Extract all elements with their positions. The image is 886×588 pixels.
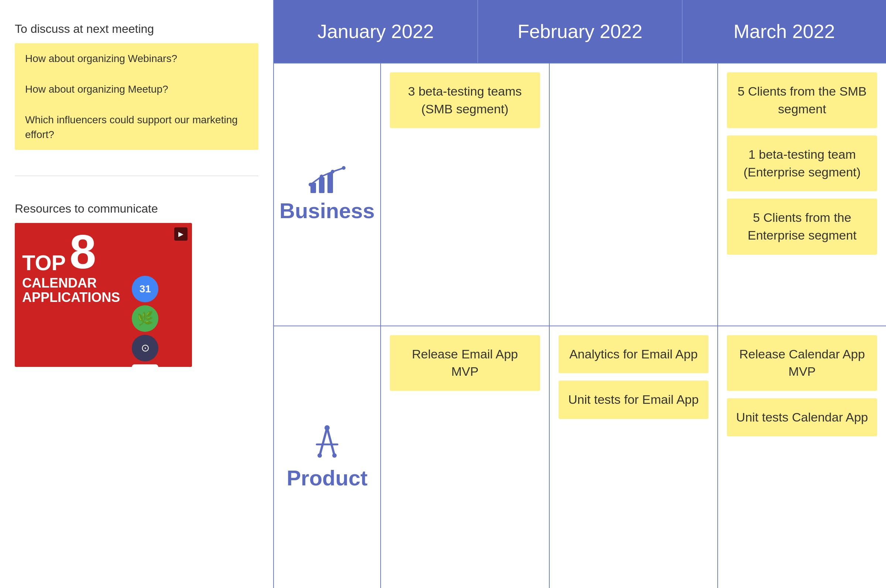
product-jan-card-1: Release Email App MVP bbox=[390, 335, 540, 391]
svg-rect-1 bbox=[319, 177, 324, 193]
divider bbox=[15, 176, 258, 176]
svg-point-4 bbox=[320, 175, 323, 178]
main-grid: January 2022 February 2022 March 2022 bbox=[273, 0, 886, 588]
discuss-title: To discuss at next meeting bbox=[15, 22, 258, 36]
product-mar-card-2: Unit tests Calendar App bbox=[727, 398, 877, 436]
discuss-section: To discuss at next meeting How about org… bbox=[15, 22, 258, 150]
business-feb-cell bbox=[550, 63, 718, 326]
top-number: 8 bbox=[69, 230, 96, 273]
product-feb-card-2: Unit tests for Email App bbox=[559, 381, 709, 419]
video-top: ▶ TOP 8 CALENDARAPPLICATIONS bbox=[15, 223, 192, 367]
business-icon-container: Business bbox=[279, 166, 375, 223]
svg-point-11 bbox=[318, 453, 322, 458]
sticky-note-2: How about organizing Meetup? bbox=[15, 74, 258, 105]
business-mar-card-1: 5 Clients from the SMB segment bbox=[727, 72, 877, 128]
product-compass-icon bbox=[309, 424, 346, 461]
svg-point-12 bbox=[332, 453, 337, 458]
product-icon-container: Product bbox=[286, 424, 367, 490]
header-mar: March 2022 bbox=[682, 0, 886, 63]
svg-rect-2 bbox=[327, 173, 333, 193]
icon-google-cal: 31 bbox=[132, 276, 158, 302]
product-mar-card-1: Release Calendar App MVP bbox=[727, 335, 877, 391]
business-mar-cell: 5 Clients from the SMB segment 1 beta-te… bbox=[718, 63, 886, 326]
business-label-text: Business bbox=[279, 198, 375, 223]
grid-row-business: Business 3 beta-testing teams (SMB segme… bbox=[274, 63, 886, 326]
icon-leaf: 🌿 bbox=[132, 305, 158, 332]
video-thumbnail[interactable]: ▶ TOP 8 CALENDARAPPLICATIONS bbox=[15, 223, 192, 367]
grid-row-product: Product Release Email App MVP Analytics … bbox=[274, 326, 886, 588]
svg-point-10 bbox=[324, 425, 330, 430]
left-panel: To discuss at next meeting How about org… bbox=[0, 0, 273, 588]
business-jan-cell: 3 beta-testing teams (SMB segment) bbox=[381, 63, 550, 326]
svg-line-7 bbox=[320, 428, 327, 456]
icon-cal-17: MAY 17 bbox=[132, 364, 158, 367]
header-row: January 2022 February 2022 March 2022 bbox=[274, 0, 886, 63]
svg-point-3 bbox=[309, 183, 312, 186]
product-label-text: Product bbox=[286, 465, 367, 490]
product-mar-cell: Release Calendar App MVP Unit tests Cale… bbox=[718, 326, 886, 588]
svg-line-8 bbox=[327, 428, 334, 456]
svg-point-5 bbox=[331, 170, 334, 174]
calendar-label: CALENDARAPPLICATIONS bbox=[22, 276, 120, 305]
header-feb: February 2022 bbox=[478, 0, 682, 63]
top-label: TOP bbox=[22, 252, 66, 273]
business-mar-card-2: 1 beta-testing team (Enterprise segment) bbox=[727, 135, 877, 191]
icon-dark-cal: ⊙ bbox=[132, 335, 158, 362]
product-feb-cell: Analytics for Email App Unit tests for E… bbox=[550, 326, 718, 588]
business-chart-icon bbox=[309, 166, 346, 194]
row-label-business: Business bbox=[274, 63, 381, 326]
header-jan: January 2022 bbox=[274, 0, 478, 63]
svg-point-6 bbox=[342, 166, 346, 170]
page-container: To discuss at next meeting How about org… bbox=[0, 0, 886, 588]
resources-section: Resources to communicate ▶ TOP 8 CALENDA… bbox=[15, 202, 258, 367]
resources-title: Resources to communicate bbox=[15, 202, 258, 216]
business-mar-card-3: 5 Clients from the Enterprise segment bbox=[727, 199, 877, 254]
business-jan-card-1: 3 beta-testing teams (SMB segment) bbox=[390, 72, 540, 128]
product-jan-cell: Release Email App MVP bbox=[381, 326, 550, 588]
sticky-note-group: How about organizing Webinars? How about… bbox=[15, 43, 258, 150]
sticky-note-1: How about organizing Webinars? bbox=[15, 43, 258, 74]
video-play-top-button[interactable]: ▶ bbox=[174, 227, 187, 241]
sticky-note-3: Which influencers could support our mark… bbox=[15, 105, 258, 150]
row-label-product: Product bbox=[274, 326, 381, 588]
product-feb-card-1: Analytics for Email App bbox=[559, 335, 709, 374]
